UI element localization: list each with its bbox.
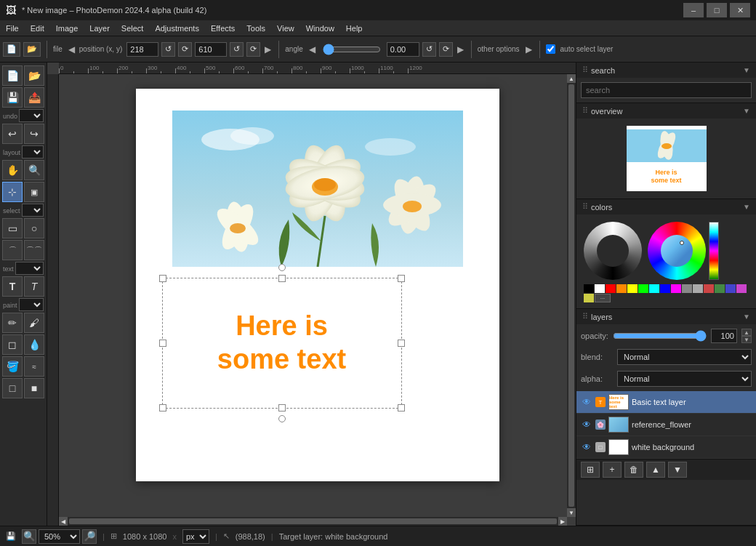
layer-visibility-flower[interactable]: 👁 [581, 419, 592, 430]
tool-transform[interactable]: ⊹ [2, 182, 23, 202]
search-collapse-btn[interactable]: ▼ [743, 66, 750, 74]
scroll-down-btn[interactable]: ▼ [567, 508, 576, 517]
angle-prev-arrow[interactable]: ◀ [307, 44, 317, 55]
resize-handle-tr[interactable] [398, 275, 405, 282]
angle-copy-btn[interactable]: ⟳ [439, 42, 453, 57]
menu-image[interactable]: Image [50, 23, 84, 34]
tool-zoom[interactable]: 🔍 [24, 160, 44, 180]
rotate-handle-top[interactable] [278, 264, 286, 271]
blend-select[interactable]: Normal Multiply Screen Overlay [617, 349, 752, 365]
rotate-handle-bottom[interactable] [278, 415, 286, 422]
search-header[interactable]: ⠿ search ▼ [576, 63, 756, 78]
color-swatch[interactable] [584, 294, 594, 302]
color-swatch[interactable] [627, 284, 638, 293]
tool-move[interactable]: ✋ [2, 160, 23, 180]
rgb-color-wheel[interactable] [648, 222, 706, 280]
search-input[interactable] [581, 82, 752, 98]
tool-new[interactable]: 📄 [2, 65, 23, 86]
position-y-input[interactable] [195, 42, 227, 57]
color-swatch[interactable] [649, 284, 659, 293]
scrollbar-thumb-h[interactable] [69, 518, 557, 524]
maximize-button[interactable]: □ [707, 3, 727, 17]
color-swatch[interactable] [725, 284, 736, 293]
menu-view[interactable]: View [271, 23, 300, 34]
resize-handle-bm[interactable] [278, 404, 286, 411]
toolbar-open-btn[interactable]: 📂 [23, 42, 41, 57]
tool-eraser[interactable]: ◻ [2, 334, 23, 355]
layer-visibility-basic-text[interactable]: 👁 [581, 396, 592, 408]
tool-blur[interactable]: ≈ [24, 356, 44, 377]
opacity-slider[interactable] [613, 330, 707, 342]
color-swatch[interactable] [736, 284, 747, 293]
position-reset-btn[interactable]: ↺ [161, 42, 175, 57]
resize-handle-tm[interactable] [278, 275, 286, 282]
overview-collapse-btn[interactable]: ▼ [743, 107, 750, 115]
zoom-out-btn[interactable]: 🔍 [22, 529, 36, 544]
other-options-arrow[interactable]: ▶ [524, 44, 534, 55]
opacity-down-btn[interactable]: ▼ [741, 336, 752, 343]
angle-reset-btn[interactable]: ↺ [422, 42, 436, 57]
alpha-select[interactable]: Normal Inherit [617, 371, 752, 387]
menu-help[interactable]: Help [340, 23, 369, 34]
position-y-copy-btn[interactable]: ⟳ [246, 42, 260, 57]
zoom-in-btn[interactable]: 🔎 [82, 529, 97, 544]
tool-poly-lasso[interactable]: ⌒⌒ [24, 240, 44, 260]
layer-delete-btn[interactable]: 🗑 [624, 462, 643, 478]
angle-input[interactable] [387, 42, 419, 57]
tool-brush[interactable]: 🖌 [24, 313, 44, 333]
color-swatch[interactable] [671, 284, 681, 293]
tool-redo[interactable]: ↪ [24, 124, 44, 144]
tool-select-rect[interactable]: ▭ [2, 218, 23, 238]
color-swatch[interactable] [660, 284, 670, 293]
menu-window[interactable]: Window [300, 23, 340, 34]
color-swatch[interactable] [638, 284, 648, 293]
color-swatch[interactable] [682, 284, 692, 293]
menu-select[interactable]: Select [116, 23, 150, 34]
tool-undo[interactable]: ↩ [2, 124, 23, 144]
text-dropdown[interactable] [15, 262, 44, 275]
select-dropdown[interactable] [22, 204, 44, 217]
tool-select-ellipse[interactable]: ○ [24, 218, 44, 238]
tool-fill[interactable]: 🪣 [2, 356, 23, 377]
color-swatch[interactable] [595, 284, 605, 293]
layer-item-basic-text[interactable]: 👁 T Here issome text Basic text layer [576, 391, 756, 414]
text-selection-box[interactable]: Here issome text [162, 278, 402, 409]
resize-handle-mr[interactable] [398, 340, 405, 347]
toolbar-next-arrow[interactable]: ▶ [263, 44, 273, 55]
color-swatch[interactable] [584, 284, 594, 293]
color-swatch[interactable] [606, 284, 616, 293]
position-x-input[interactable] [126, 42, 158, 57]
colors-header[interactable]: ⠿ colors ▼ [576, 199, 756, 214]
tool-save[interactable]: 💾 [2, 87, 23, 108]
angle-next-arrow[interactable]: ▶ [456, 44, 465, 55]
layout-dropdown[interactable] [22, 145, 44, 158]
scrollbar-thumb-v[interactable] [568, 84, 574, 507]
scroll-right-btn[interactable]: ▶ [558, 517, 567, 526]
color-swatch[interactable] [715, 284, 725, 293]
toolbar-prev-arrow[interactable]: ◀ [67, 44, 76, 55]
colors-collapse-btn[interactable]: ▼ [743, 203, 750, 211]
layer-merge-btn[interactable]: ⊞ [581, 462, 600, 478]
resize-handle-br[interactable] [398, 404, 405, 411]
minimize-button[interactable]: – [683, 3, 704, 17]
menu-layer[interactable]: Layer [84, 23, 116, 34]
tool-shape-fill[interactable]: ■ [24, 378, 44, 398]
auto-select-checkbox[interactable] [546, 44, 555, 54]
tool-open[interactable]: 📂 [24, 65, 44, 86]
menu-effects[interactable]: Effects [205, 23, 241, 34]
menu-file[interactable]: File [0, 23, 25, 34]
toolbar-new-btn[interactable]: 📄 [3, 42, 20, 57]
overview-header[interactable]: ⠿ overview ▼ [576, 103, 756, 119]
layer-visibility-white-bg[interactable]: 👁 [581, 441, 592, 453]
opacity-up-btn[interactable]: ▲ [741, 329, 752, 336]
resize-handle-bl[interactable] [159, 404, 166, 411]
position-y-reset-btn[interactable]: ↺ [230, 42, 244, 57]
menu-edit[interactable]: Edit [25, 23, 50, 34]
close-button[interactable]: ✕ [730, 3, 750, 17]
layer-move-up-btn[interactable]: ▲ [646, 462, 665, 478]
canvas-scroll[interactable]: Here issome text ▲ ▼ ◀ ▶ [59, 74, 576, 526]
layer-move-down-btn[interactable]: ▼ [668, 462, 687, 478]
zoom-select[interactable]: 25% 50% 75% 100% 200% [39, 529, 80, 544]
color-swatch[interactable] [704, 284, 714, 293]
color-swatch[interactable] [616, 284, 627, 293]
